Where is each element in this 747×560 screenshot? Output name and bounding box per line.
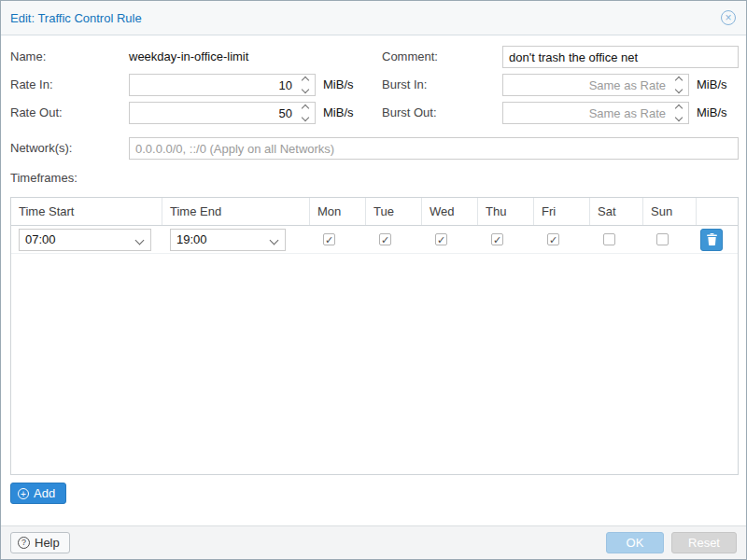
checkbox-fri[interactable]: ✓: [547, 233, 559, 245]
column-header-label: Sat: [598, 204, 616, 218]
burst-out-label: Burst Out:: [382, 102, 437, 124]
column-header-label: Thu: [486, 204, 506, 218]
comment-label: Comment:: [382, 46, 438, 68]
column-header-label: Time Start: [19, 204, 74, 218]
dialog-header: Edit: Traffic Control Rule ×: [1, 1, 746, 35]
spinner-up-icon[interactable]: [301, 77, 308, 84]
networks-input[interactable]: [130, 138, 738, 159]
time-end-cell: [162, 226, 310, 253]
rate-in-unit: MiB/s: [323, 74, 354, 96]
burst-in-input[interactable]: [503, 75, 688, 95]
spinner-up-icon[interactable]: [301, 105, 308, 112]
time-start-combo[interactable]: [19, 229, 151, 251]
column-header-tue[interactable]: Tue: [366, 198, 422, 225]
burst-in-unit: MiB/s: [697, 74, 727, 96]
time-end-combo[interactable]: [170, 229, 286, 251]
column-header-label: Wed: [430, 204, 455, 218]
rate-in-input[interactable]: [130, 75, 315, 95]
burst-out-spinner[interactable]: [671, 103, 685, 123]
checkbox-mon[interactable]: ✓: [323, 233, 335, 245]
day-cell-wed: ✓: [422, 226, 478, 253]
time-end-input[interactable]: [171, 230, 285, 250]
burst-in-label: Burst In:: [382, 74, 427, 96]
day-cell-fri: ✓: [534, 226, 590, 253]
comment-field-wrap: [502, 46, 739, 68]
day-cell-sun: [643, 226, 697, 253]
column-header-time-end[interactable]: Time End: [162, 198, 310, 225]
help-button-label: Help: [35, 536, 60, 550]
rate-in-label: Rate In:: [10, 74, 53, 96]
rate-out-spinner[interactable]: [298, 103, 312, 123]
checkbox-tue[interactable]: ✓: [379, 233, 391, 245]
column-header-label: Time End: [170, 204, 221, 218]
spinner-down-icon[interactable]: [674, 86, 682, 93]
dialog-title: Edit: Traffic Control Rule: [10, 11, 142, 25]
column-header-thu[interactable]: Thu: [478, 198, 534, 225]
reset-button[interactable]: Reset: [671, 532, 737, 553]
column-header-sun[interactable]: Sun: [643, 198, 697, 225]
checkbox-thu[interactable]: ✓: [491, 233, 503, 245]
column-header-time-start[interactable]: Time Start: [11, 198, 162, 225]
column-header-sat[interactable]: Sat: [590, 198, 643, 225]
rate-out-input[interactable]: [130, 103, 315, 123]
trash-icon: [707, 233, 717, 245]
checkbox-sat[interactable]: [603, 233, 615, 245]
spinner-up-icon[interactable]: [674, 77, 682, 84]
dialog-footer: ? Help OK Reset: [1, 525, 746, 559]
column-header-actions: [697, 198, 738, 225]
burst-out-input[interactable]: [503, 103, 688, 123]
delete-row-button[interactable]: [700, 229, 723, 251]
burst-in-field-wrap: [502, 74, 689, 96]
column-header-wed[interactable]: Wed: [422, 198, 478, 225]
add-button-label: Add: [34, 486, 55, 500]
spinner-up-icon[interactable]: [674, 105, 682, 112]
time-start-cell: [11, 226, 162, 253]
spinner-down-icon[interactable]: [301, 114, 308, 121]
question-circle-icon: ?: [18, 537, 30, 549]
grid-header: Time Start Time End Mon Tue Wed Thu Fri …: [11, 198, 738, 226]
day-cell-thu: ✓: [478, 226, 534, 253]
edit-traffic-control-rule-dialog: Edit: Traffic Control Rule × Name: weekd…: [0, 0, 747, 560]
ok-button[interactable]: OK: [606, 532, 664, 553]
column-header-label: Tue: [374, 204, 394, 218]
day-cell-tue: ✓: [366, 226, 422, 253]
checkbox-wed[interactable]: ✓: [435, 233, 447, 245]
plus-circle-icon: +: [18, 488, 29, 499]
column-header-fri[interactable]: Fri: [534, 198, 590, 225]
checkbox-sun[interactable]: [656, 233, 669, 245]
spinner-down-icon[interactable]: [301, 86, 308, 93]
burst-out-field-wrap: [502, 102, 689, 124]
table-row[interactable]: ✓ ✓ ✓ ✓ ✓: [11, 226, 738, 254]
help-button[interactable]: ? Help: [10, 532, 70, 553]
burst-out-unit: MiB/s: [697, 102, 727, 124]
burst-in-spinner[interactable]: [671, 75, 685, 95]
column-header-label: Fri: [542, 204, 556, 218]
day-cell-sat: [590, 226, 643, 253]
name-label: Name:: [10, 46, 46, 68]
close-icon[interactable]: ×: [721, 10, 736, 25]
add-button[interactable]: + Add: [10, 483, 66, 504]
timeframes-label: Timeframes:: [10, 167, 78, 189]
rate-out-field-wrap: [129, 102, 316, 124]
column-header-label: Sun: [651, 204, 672, 218]
comment-input[interactable]: [503, 47, 738, 67]
day-cell-mon: ✓: [310, 226, 366, 253]
name-value: weekday-in-office-limit: [129, 46, 248, 68]
networks-field-wrap: [129, 137, 739, 160]
rate-out-unit: MiB/s: [323, 102, 354, 124]
timeframes-grid: Time Start Time End Mon Tue Wed Thu Fri …: [10, 197, 739, 475]
rate-in-field-wrap: [129, 74, 316, 96]
rate-out-label: Rate Out:: [10, 102, 63, 124]
time-start-input[interactable]: [20, 230, 150, 250]
column-header-mon[interactable]: Mon: [310, 198, 366, 225]
row-actions-cell: [697, 226, 738, 253]
spinner-down-icon[interactable]: [674, 114, 682, 121]
networks-label: Network(s):: [10, 137, 72, 160]
rate-in-spinner[interactable]: [298, 75, 312, 95]
column-header-label: Mon: [317, 204, 341, 218]
